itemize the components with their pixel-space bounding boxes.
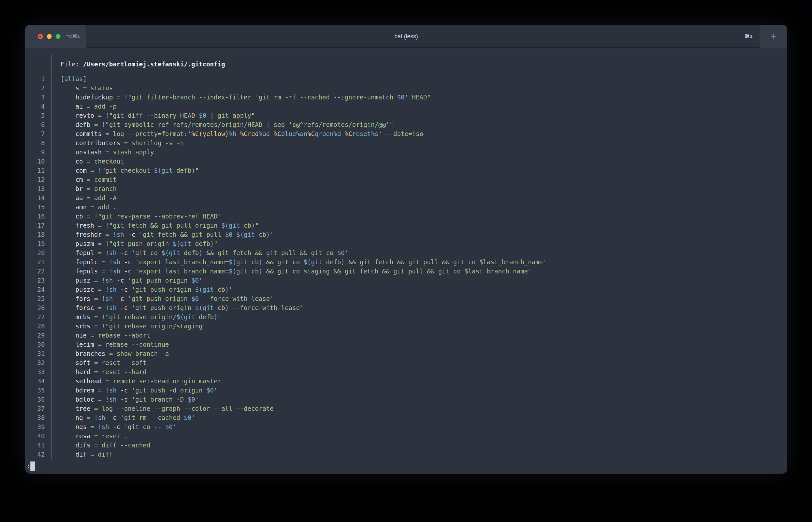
line-content: branches = show-branch -a: [45, 349, 169, 358]
code-line: 33 hard = reset --hard: [25, 367, 787, 377]
code-line: 28 srbs = !"git rebase origin/staging": [25, 322, 787, 331]
line-number: 16: [25, 212, 45, 221]
line-number: 39: [25, 422, 45, 431]
code-line: 31 branches = show-branch -a: [25, 349, 787, 358]
line-number: 28: [25, 322, 45, 331]
line-number: 5: [25, 111, 45, 120]
file-path: /Users/bartlomiej.stefanski/.gitconfig: [83, 61, 225, 68]
line-content: nqs = !sh -c 'git co -- $0': [45, 422, 176, 431]
line-number: 21: [25, 257, 45, 266]
line-number: 20: [25, 248, 45, 257]
line-content: srbs = !"git rebase origin/staging": [45, 322, 206, 331]
code-line: 32 soft = reset --soft: [25, 358, 787, 367]
code-line: 34 sethead = remote set-head origin mast…: [25, 377, 787, 386]
line-content: hard = reset --hard: [45, 367, 146, 377]
code-line: 38 nq = !sh -c 'git rm --cached $0': [25, 413, 787, 422]
code-line: 39 nqs = !sh -c 'git co -- $0': [25, 422, 787, 431]
line-content: fors = !sh -c 'git push origin $0 --forc…: [45, 294, 274, 303]
line-number: 26: [25, 303, 45, 312]
line-number: 13: [25, 184, 45, 193]
line-content: fepul = !sh -c 'git co $(git defb) && gi…: [45, 248, 349, 257]
line-content: forsc = !sh -c 'git push origin $(git cb…: [45, 303, 304, 312]
window-title: bat (less): [25, 25, 787, 48]
code-line: 5 revto = !"git diff --binary HEAD $0 | …: [25, 111, 787, 120]
line-content: difs = diff --cached: [45, 441, 150, 450]
line-number: 42: [25, 450, 45, 459]
file-label: File:: [61, 61, 83, 68]
code-line: 18 freshdr = !sh -c 'git fetch && git pu…: [25, 230, 787, 239]
line-content: cm = commit: [45, 175, 117, 184]
code-line: 26 forsc = !sh -c 'git push origin $(git…: [25, 303, 787, 312]
line-content: hidefuckup = !"git filter-branch --index…: [45, 93, 431, 102]
line-number: 8: [25, 138, 45, 147]
code-line: 19 puszm = !"git push origin $(git defb)…: [25, 239, 787, 248]
line-content: puszc = !sh -c 'git push origin $(git cb…: [45, 285, 232, 294]
code-line: 36 bdloc = !sh -c 'git branch -D $0': [25, 395, 787, 404]
plus-icon: +: [770, 31, 777, 42]
line-content: nq = !sh -c 'git rm --cached $0': [45, 413, 195, 422]
code-line: 12 cm = commit: [25, 175, 787, 184]
code-line: 22 fepuls = !sh -c 'export last_branch_n…: [25, 266, 787, 276]
code-line: 7 commits = log --pretty=format:'%C(yell…: [25, 129, 787, 138]
line-content: soft = reset --soft: [45, 358, 146, 367]
code-line: 6 defb = !"git symbolic-ref refs/remotes…: [25, 120, 787, 129]
line-number: 10: [25, 157, 45, 166]
title-bar[interactable]: ⌥⌘1 bat (less) ⌘1 +: [25, 25, 787, 48]
line-number: 18: [25, 230, 45, 239]
code-line: 1[alias]: [25, 74, 787, 83]
code-line: 15 amn = add .: [25, 202, 787, 212]
code-line: 35 bdrem = !sh -c 'git push -d origin $0…: [25, 386, 787, 395]
code-line: 13 br = branch: [25, 184, 787, 193]
pager-prompt[interactable]: :: [26, 461, 787, 471]
line-content: br = branch: [45, 184, 117, 193]
code-line: 16 cb = !"git rev-parse --abbrev-ref HEA…: [25, 212, 787, 221]
line-content: bdrem = !sh -c 'git push -d origin $0': [45, 386, 218, 395]
code-line: 23 pusz = !sh -c 'git push origin $0': [25, 276, 787, 285]
line-content: fresh = !"git fetch && git pull origin $…: [45, 221, 258, 230]
line-number: 40: [25, 431, 45, 441]
terminal-window: ⌥⌘1 bat (less) ⌘1 + File: /Users/bartlom…: [25, 25, 787, 474]
line-number: 37: [25, 404, 45, 413]
line-number: 27: [25, 312, 45, 322]
line-number: 7: [25, 129, 45, 138]
code-line: 8 contributors = shortlog -s -n: [25, 138, 787, 147]
line-content: puszm = !"git push origin $(git defb)": [45, 239, 218, 248]
line-number: 30: [25, 340, 45, 349]
line-content: bdloc = !sh -c 'git branch -D $0': [45, 395, 199, 404]
line-number: 41: [25, 441, 45, 450]
line-number: 12: [25, 175, 45, 184]
line-number: 6: [25, 120, 45, 129]
line-number: 11: [25, 166, 45, 175]
new-tab-button[interactable]: +: [760, 25, 787, 48]
line-number: 32: [25, 358, 45, 367]
code-line: 9 unstash = stash apply: [25, 147, 787, 157]
line-content: nie = rebase --abort: [45, 331, 150, 340]
line-content: aa = add -A: [45, 193, 117, 202]
code-line: 4 ai = add -p: [25, 102, 787, 111]
code-line: 21 fepulc = !sh -c 'export last_branch_n…: [25, 257, 787, 266]
line-number: 33: [25, 367, 45, 377]
line-number: 38: [25, 413, 45, 422]
line-content: revto = !"git diff --binary HEAD $0 | gi…: [45, 111, 255, 120]
line-number: 4: [25, 102, 45, 111]
line-number: 24: [25, 285, 45, 294]
code-area: 1[alias]2 s = status3 hidefuckup = !"git…: [25, 74, 787, 459]
line-number: 36: [25, 395, 45, 404]
line-number: 2: [25, 83, 45, 93]
file-header: File: /Users/bartlomiej.stefanski/.gitco…: [25, 54, 787, 74]
code-line: 27 mrbs = !"git rebase origin/$(git defb…: [25, 312, 787, 322]
line-number: 22: [25, 266, 45, 276]
line-content: unstash = stash apply: [45, 147, 154, 157]
line-number: 35: [25, 386, 45, 395]
terminal-content[interactable]: File: /Users/bartlomiej.stefanski/.gitco…: [25, 48, 787, 474]
line-content: ai = add -p: [45, 102, 117, 111]
code-line: 24 puszc = !sh -c 'git push origin $(git…: [25, 285, 787, 294]
line-content: fepuls = !sh -c 'export last_branch_name…: [45, 266, 532, 276]
line-number: 15: [25, 202, 45, 212]
code-line: 3 hidefuckup = !"git filter-branch --ind…: [25, 93, 787, 102]
line-number: 29: [25, 331, 45, 340]
line-content: co = checkout: [45, 157, 124, 166]
line-number: 34: [25, 377, 45, 386]
code-line: 29 nie = rebase --abort: [25, 331, 787, 340]
code-line: 2 s = status: [25, 83, 787, 93]
